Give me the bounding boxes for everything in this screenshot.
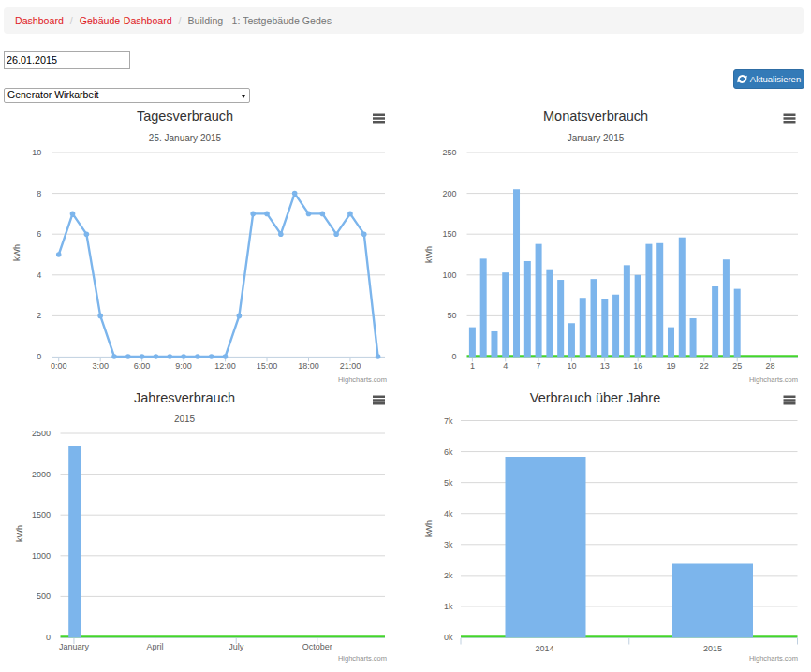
svg-text:5k: 5k <box>444 478 453 488</box>
svg-text:1500: 1500 <box>32 510 51 519</box>
svg-text:22: 22 <box>700 361 709 371</box>
svg-text:2015: 2015 <box>174 414 196 424</box>
svg-text:6k: 6k <box>444 447 453 457</box>
svg-text:50: 50 <box>447 311 456 320</box>
svg-text:8: 8 <box>37 189 41 198</box>
svg-text:0: 0 <box>46 633 51 642</box>
svg-text:Highcharts.com: Highcharts.com <box>749 375 798 384</box>
svg-text:25. January 2015: 25. January 2015 <box>149 133 222 143</box>
svg-text:4k: 4k <box>444 509 453 519</box>
svg-text:Tagesverbrauch: Tagesverbrauch <box>137 109 233 124</box>
svg-text:kWh: kWh <box>15 525 24 542</box>
svg-text:200: 200 <box>442 189 456 198</box>
svg-text:2000: 2000 <box>32 470 51 479</box>
svg-text:16: 16 <box>633 361 642 371</box>
svg-text:250: 250 <box>442 148 456 157</box>
svg-text:1k: 1k <box>444 602 453 611</box>
svg-text:Highcharts.com: Highcharts.com <box>338 375 387 384</box>
svg-text:100: 100 <box>442 270 456 280</box>
svg-text:2014: 2014 <box>535 644 553 653</box>
svg-text:2015: 2015 <box>703 644 722 653</box>
svg-text:July: July <box>229 642 244 651</box>
svg-text:3k: 3k <box>444 540 453 549</box>
svg-text:0: 0 <box>451 352 456 361</box>
svg-text:7k: 7k <box>444 416 453 426</box>
svg-text:9:00: 9:00 <box>175 361 192 371</box>
svg-text:500: 500 <box>37 592 51 601</box>
svg-text:January: January <box>59 642 90 651</box>
svg-text:25: 25 <box>732 361 742 371</box>
svg-text:18:00: 18:00 <box>298 361 319 371</box>
svg-text:10: 10 <box>567 361 576 371</box>
svg-text:13: 13 <box>600 361 610 371</box>
svg-text:Monatsverbrauch: Monatsverbrauch <box>543 109 648 124</box>
svg-text:January 2015: January 2015 <box>568 133 625 143</box>
svg-text:7: 7 <box>537 361 541 371</box>
svg-text:12:00: 12:00 <box>214 361 236 371</box>
svg-text:kWh: kWh <box>424 246 434 263</box>
svg-text:15:00: 15:00 <box>257 361 278 371</box>
svg-text:Highcharts.com: Highcharts.com <box>749 654 798 663</box>
svg-text:Verbrauch über Jahre: Verbrauch über Jahre <box>530 390 660 405</box>
svg-text:kWh: kWh <box>12 244 22 261</box>
svg-text:Highcharts.com: Highcharts.com <box>338 654 387 663</box>
svg-text:21:00: 21:00 <box>340 361 361 371</box>
svg-text:3:00: 3:00 <box>92 361 109 371</box>
svg-text:4: 4 <box>503 361 508 371</box>
svg-text:Jahresverbrauch: Jahresverbrauch <box>134 390 235 405</box>
svg-text:10: 10 <box>32 148 41 157</box>
svg-text:150: 150 <box>442 229 456 239</box>
svg-text:April: April <box>147 642 164 651</box>
svg-text:6:00: 6:00 <box>134 361 151 371</box>
svg-text:2k: 2k <box>444 571 453 580</box>
svg-text:28: 28 <box>766 361 775 371</box>
svg-text:0k: 0k <box>444 633 453 642</box>
svg-text:6: 6 <box>37 229 41 239</box>
svg-text:0: 0 <box>37 352 41 361</box>
svg-text:1000: 1000 <box>32 551 51 561</box>
svg-text:19: 19 <box>666 361 675 371</box>
svg-text:kWh: kWh <box>424 520 434 537</box>
svg-text:0:00: 0:00 <box>51 361 67 371</box>
svg-text:October: October <box>302 642 332 651</box>
svg-text:2: 2 <box>37 311 41 320</box>
svg-text:4: 4 <box>37 270 41 280</box>
svg-text:2500: 2500 <box>32 429 51 438</box>
svg-text:1: 1 <box>470 361 475 371</box>
